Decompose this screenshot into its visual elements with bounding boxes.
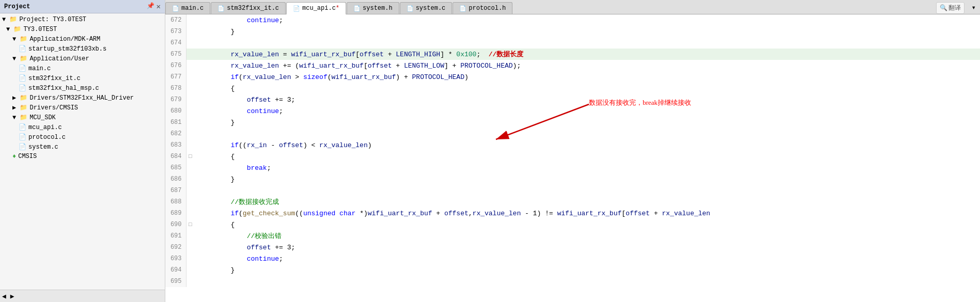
line-code[interactable] [194, 276, 980, 287]
line-code[interactable]: if(rx_value_len > sizeof(wifi_uart_rx_bu… [194, 71, 980, 83]
line-code[interactable]: //校验出错 [194, 230, 980, 242]
line-code[interactable] [194, 37, 980, 49]
line-marker [186, 105, 194, 117]
line-marker [186, 26, 194, 37]
line-number: 678 [165, 83, 186, 94]
sidebar-tree-item-2[interactable]: ▼ 📁Application/MDK-ARM [0, 34, 165, 44]
code-line-674: 674 [165, 37, 980, 49]
sidebar-tree-item-14[interactable]: ♦CMSIS [0, 152, 165, 161]
line-number: 673 [165, 26, 186, 37]
code-line-693: 693 continue; [165, 253, 980, 264]
tab-2[interactable]: 📄mcu_api.c* [286, 2, 346, 14]
sidebar-header: Project 📌 ✕ [0, 0, 165, 13]
line-code[interactable]: offset += 3; [194, 94, 980, 105]
line-number: 679 [165, 94, 186, 105]
line-code[interactable] [194, 185, 980, 196]
line-code[interactable]: continue; [194, 253, 980, 264]
line-marker [186, 128, 194, 139]
code-line-673: 673 } [165, 26, 980, 37]
line-marker [186, 94, 194, 105]
line-code[interactable]: if((rx_in - offset) < rx_value_len) [194, 139, 980, 151]
tree-item-icon: ▼ 📁 [6, 25, 21, 33]
scroll-left-icon[interactable]: ◀ [2, 292, 6, 300]
line-code[interactable] [194, 128, 980, 139]
tab-overflow-button[interactable]: ▾ [968, 1, 980, 14]
tab-5[interactable]: 📄protocol.h [453, 2, 512, 14]
sidebar-tree-item-11[interactable]: 📄mcu_api.c [0, 122, 165, 132]
line-number: 682 [165, 128, 186, 139]
code-line-680: 680 continue; [165, 105, 980, 117]
line-code[interactable]: { [194, 151, 980, 162]
scroll-right-icon[interactable]: ▶ [10, 292, 14, 300]
pin-icon[interactable]: 📌 [147, 2, 154, 11]
sidebar-tree-item-3[interactable]: 📄startup_stm32f103xb.s [0, 44, 165, 54]
line-number: 684 [165, 151, 186, 162]
line-code[interactable]: rx_value_len += (wifi_uart_rx_buf[offset… [194, 60, 980, 71]
tree-item-icon: 📄 [19, 133, 26, 141]
line-number: 689 [165, 208, 186, 219]
line-marker [186, 264, 194, 276]
line-marker [186, 71, 194, 83]
code-line-672: 672 continue; [165, 14, 980, 26]
sidebar-tree-item-9[interactable]: ▶ 📁Drivers/CMSIS [0, 103, 165, 113]
line-code[interactable]: { [194, 219, 980, 230]
line-code[interactable]: if(get_check_sum((unsigned char *)wifi_u… [194, 208, 980, 219]
line-code[interactable]: } [194, 173, 980, 185]
tab-0[interactable]: 📄main.c [165, 2, 210, 14]
sidebar-tree-item-0[interactable]: ▼ 📁Project: TY3.0TEST [0, 14, 165, 24]
line-number: 675 [165, 49, 186, 60]
sidebar-tree-item-13[interactable]: 📄system.c [0, 142, 165, 152]
code-line-694: 694 } [165, 264, 980, 276]
tab-4[interactable]: 📄system.c [400, 2, 453, 14]
line-code[interactable]: continue; [194, 105, 980, 117]
translate-box[interactable]: 🔍 翻译 [936, 2, 965, 14]
tab-3[interactable]: 📄system.h [347, 2, 399, 14]
line-code[interactable]: } [194, 26, 980, 37]
line-code[interactable]: continue; [194, 14, 980, 26]
code-line-681: 681 } [165, 117, 980, 128]
code-container[interactable]: 672 continue;673 }674675 rx_value_len = … [165, 14, 980, 302]
sidebar-tree-item-12[interactable]: 📄protocol.c [0, 132, 165, 142]
line-code[interactable]: { [194, 83, 980, 94]
tab-file-icon: 📄 [217, 5, 225, 12]
line-code[interactable]: } [194, 117, 980, 128]
line-code[interactable]: break; [194, 162, 980, 173]
line-marker [186, 60, 194, 71]
line-number: 677 [165, 71, 186, 83]
tree-item-icon: 📄 [19, 45, 26, 53]
sidebar-tree-item-6[interactable]: 📄stm32f1xx_it.c [0, 73, 165, 83]
sidebar-header-icons: 📌 ✕ [147, 2, 161, 11]
line-number: 681 [165, 117, 186, 128]
line-number: 691 [165, 230, 186, 242]
sidebar-tree-item-10[interactable]: ▼ 📁MCU_SDK [0, 113, 165, 122]
sidebar-tree-item-5[interactable]: 📄main.c [0, 63, 165, 73]
code-line-687: 687 [165, 185, 980, 196]
code-table: 672 continue;673 }674675 rx_value_len = … [165, 14, 980, 287]
tab-1[interactable]: 📄stm32f1xx_it.c [211, 2, 286, 14]
line-marker [186, 14, 194, 26]
tree-item-icon: 📄 [19, 84, 26, 92]
tree-item-label: Project: TY3.0TEST [19, 16, 86, 23]
sidebar-tree-item-1[interactable]: ▼ 📁TY3.0TEST [0, 24, 165, 34]
sidebar-tree[interactable]: ▼ 📁Project: TY3.0TEST▼ 📁TY3.0TEST▼ 📁Appl… [0, 13, 165, 290]
sidebar-tree-item-8[interactable]: ▶ 📁Drivers/STM32F1xx_HAL_Driver [0, 93, 165, 103]
sidebar-tree-item-7[interactable]: 📄stm32f1xx_hal_msp.c [0, 83, 165, 93]
tree-item-label: Application/MDK-ARM [29, 36, 100, 43]
tree-item-icon: ▼ 📁 [2, 15, 17, 23]
line-number: 695 [165, 276, 186, 287]
code-line-691: 691 //校验出错 [165, 230, 980, 242]
sidebar-tree-item-4[interactable]: ▼ 📁Application/User [0, 54, 165, 63]
line-number: 672 [165, 14, 186, 26]
tab-label: main.c [181, 5, 204, 12]
line-code[interactable]: //数据接收完成 [194, 196, 980, 208]
line-code[interactable]: } [194, 264, 980, 276]
tree-item-label: mcu_api.c [28, 124, 62, 131]
line-code[interactable]: rx_value_len = wifi_uart_rx_buf[offset +… [194, 49, 980, 60]
line-code[interactable]: offset += 3; [194, 242, 980, 253]
tree-item-icon: 📄 [19, 74, 26, 82]
close-icon[interactable]: ✕ [157, 2, 161, 11]
line-number: 680 [165, 105, 186, 117]
line-marker [186, 37, 194, 49]
line-marker: □ [186, 151, 194, 162]
editor-area: 📄main.c📄stm32f1xx_it.c📄mcu_api.c*📄system… [165, 0, 980, 302]
